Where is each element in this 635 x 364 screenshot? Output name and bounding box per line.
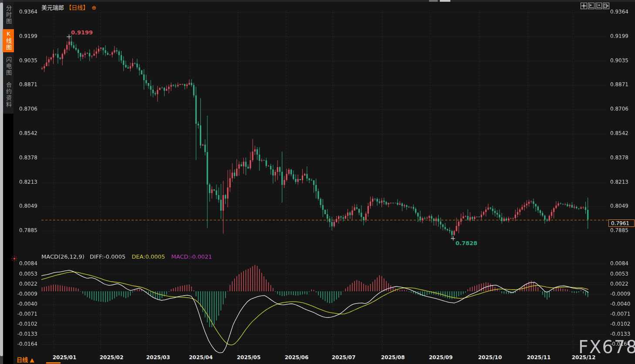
macd-axis-tick-right: 0.0022 <box>610 281 628 287</box>
price-axis-tick-left: 0.7885 <box>15 227 37 233</box>
macd-axis-tick-right: -0.0164 <box>610 341 630 347</box>
macd-axis-tick-left: 0.0053 <box>15 271 37 277</box>
price-axis-tick-right: 0.9035 <box>610 57 628 64</box>
price-axis-tick-left: 0.9364 <box>15 9 37 15</box>
candlestick-macd-chart-canvas[interactable] <box>0 0 635 364</box>
macd-axis-tick-right: -0.0102 <box>610 321 630 327</box>
price-axis-tick-right: 0.8871 <box>610 81 628 88</box>
macd-legend: MACD(26,12,9) DIFF:-0.0005 DEA:0.0005 MA… <box>41 253 212 260</box>
chart-app: 分时图K线图闪电图合约资料 美元瑞郎 【日线】 ⊕ 0.93640.93640.… <box>0 0 635 364</box>
price-axis-tick-left: 0.8706 <box>15 106 37 112</box>
current-price-tag: 0.7961 <box>608 219 635 227</box>
macd-axis-tick-right: -0.0040 <box>610 301 630 307</box>
price-axis-tick-right: 0.8542 <box>610 130 628 136</box>
price-axis-tick-right: 0.7885 <box>610 227 628 233</box>
price-axis-tick-left: 0.8542 <box>15 130 37 136</box>
macd-axis-tick-right: 0.0084 <box>610 260 628 266</box>
macd-axis-tick-left: -0.0071 <box>15 311 37 317</box>
price-axis-tick-right: 0.8378 <box>610 155 628 161</box>
macd-dea-value: DEA:0.0005 <box>132 253 165 260</box>
price-axis-tick-right: 0.9199 <box>610 33 628 39</box>
macd-axis-tick-left: 0.0022 <box>15 281 37 287</box>
price-axis-tick-left: 0.8378 <box>15 155 37 161</box>
macd-indicator-name: MACD(26,12,9) <box>41 253 84 260</box>
price-axis-tick-right: 0.8706 <box>610 106 628 112</box>
macd-axis-tick-left: -0.0164 <box>15 341 37 347</box>
macd-axis-tick-left: -0.0102 <box>15 321 37 327</box>
price-axis-tick-right: 0.8049 <box>610 203 628 209</box>
price-axis-tick-right: 0.9364 <box>610 9 628 15</box>
indicator-settings-sun-icon[interactable] <box>11 255 17 261</box>
price-axis-tick-left: 0.9199 <box>15 33 37 39</box>
price-axis-tick-left: 0.8213 <box>15 179 37 185</box>
macd-axis-tick-right: 0.0053 <box>610 271 628 277</box>
price-axis-tick-right: 0.8213 <box>610 179 628 185</box>
macd-axis-tick-right: -0.0071 <box>610 311 630 317</box>
macd-diff-value: DIFF:-0.0005 <box>90 253 125 260</box>
price-axis-tick-left: 0.9035 <box>15 57 37 64</box>
macd-axis-tick-right: -0.0009 <box>610 291 630 297</box>
price-axis-tick-left: 0.8871 <box>15 81 37 88</box>
price-axis-tick-left: 0.8049 <box>15 203 37 209</box>
macd-axis-tick-left: -0.0009 <box>15 291 37 297</box>
macd-axis-tick-left: -0.0040 <box>15 301 37 307</box>
macd-axis-tick-left: -0.0133 <box>15 331 37 337</box>
macd-axis-tick-left: 0.0084 <box>15 260 37 266</box>
macd-axis-tick-right: -0.0133 <box>610 331 630 337</box>
macd-macd-value: MACD:-0.0021 <box>171 253 212 260</box>
